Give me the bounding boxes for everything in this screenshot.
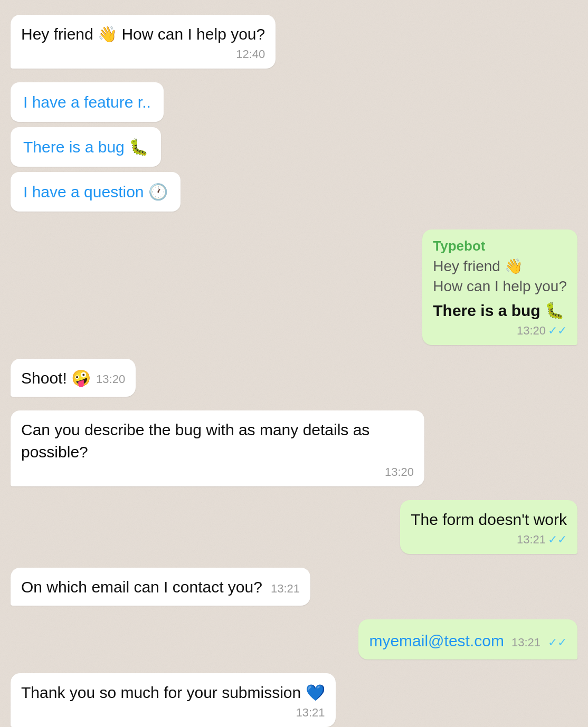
message-email-q-time: 13:21 (271, 582, 300, 596)
message-describe: Can you describe the bug with as many de… (11, 410, 424, 486)
message-describe-text: Can you describe the bug with as many de… (21, 419, 414, 463)
message-shoot-text: Shoot! 🤪 (21, 367, 91, 389)
forwarded-timestamp: 13:20 (517, 324, 546, 338)
message-describe-time: 13:20 (21, 465, 414, 479)
forwarded-quoted: Hey friend 👋How can I help you? (433, 256, 567, 296)
option-question[interactable]: I have a question 🕐 (11, 172, 181, 212)
message-shoot-time: 13:20 (96, 372, 125, 386)
option-feature-text: I have a feature r.. (23, 93, 151, 111)
forwarded-main-text: There is a bug 🐛 (433, 300, 567, 322)
message-1: Hey friend 👋 How can I help you? 12:40 (11, 15, 276, 69)
message-form-bug-time: 13:21 (517, 533, 546, 547)
option-bug-text: There is a bug 🐛 (23, 138, 148, 156)
option-question-text: I have a question 🕐 (23, 183, 168, 200)
message-form-bug: The form doesn't work 13:21 ✓✓ (400, 500, 577, 554)
form-bug-checkmarks: ✓✓ (548, 533, 567, 547)
option-feature[interactable]: I have a feature r.. (11, 82, 164, 122)
message-thankyou-time: 13:21 (21, 706, 325, 720)
option-bug[interactable]: There is a bug 🐛 (11, 127, 161, 167)
forwarded-checkmarks: ✓✓ (548, 324, 567, 338)
message-email-q-text: On which email can I contact you? (21, 576, 262, 598)
message-email-reply-text: myemail@test.com (369, 630, 504, 652)
message-thankyou: Thank you so much for your submission 💙 … (11, 673, 336, 727)
forwarded-sender: Typebot (433, 238, 567, 254)
message-1-time: 12:40 (21, 47, 265, 61)
message-email-reply: myemail@test.com 13:21 ✓✓ (358, 619, 577, 659)
message-thankyou-text: Thank you so much for your submission 💙 (21, 682, 325, 704)
message-forwarded: Typebot Hey friend 👋How can I help you? … (422, 229, 577, 345)
message-email-reply-time: 13:21 (511, 636, 540, 649)
message-1-text: Hey friend 👋 How can I help you? (21, 23, 265, 45)
chat-container: Hey friend 👋 How can I help you? 12:40 I… (11, 15, 577, 727)
email-reply-checkmarks: ✓✓ (548, 636, 567, 649)
message-form-bug-text: The form doesn't work (411, 509, 567, 531)
message-email-q: On which email can I contact you? 13:21 (11, 568, 310, 606)
message-shoot: Shoot! 🤪 13:20 (11, 359, 136, 397)
